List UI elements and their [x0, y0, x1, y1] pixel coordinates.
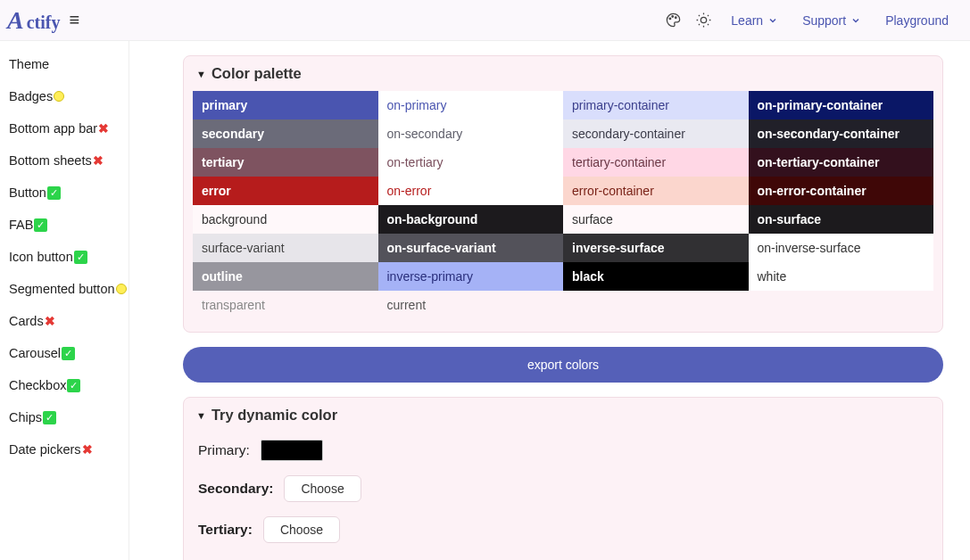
swatch-secondary-container[interactable]: secondary-container	[563, 119, 749, 148]
secondary-choose-button[interactable]: Choose	[284, 475, 361, 502]
dynamic-color-card: ▼ Try dynamic color Primary: Secondary: …	[183, 397, 943, 560]
swatch-on-surface[interactable]: on-surface	[749, 205, 934, 234]
swatch-on-secondary[interactable]: on-secondary	[378, 119, 564, 148]
swatch-tertiary-container[interactable]: tertiary-container	[563, 148, 749, 177]
sidebar-item-fab[interactable]: FAB✓	[9, 209, 129, 241]
swatch-on-error[interactable]: on-error	[378, 177, 564, 205]
status-dot-icon	[54, 91, 64, 102]
nav-playground-label: Playground	[885, 13, 949, 28]
color-palette-card: ▼ Color palette primaryon-primaryprimary…	[183, 55, 943, 333]
swatch-on-inverse-surface[interactable]: on-inverse-surface	[749, 234, 934, 262]
status-check-icon: ✓	[74, 251, 87, 264]
sidebar-item-label: FAB	[9, 218, 33, 232]
status-cross-icon: ✖	[98, 121, 109, 136]
swatch-on-primary-container[interactable]: on-primary-container	[749, 91, 934, 119]
sidebar-item-segmented-button[interactable]: Segmented button	[9, 273, 129, 305]
swatch-primary-container[interactable]: primary-container	[563, 91, 749, 119]
dynamic-color-toggle[interactable]: ▼ Try dynamic color	[184, 398, 942, 432]
swatch-on-surface-variant[interactable]: on-surface-variant	[378, 234, 564, 262]
sidebar-item-label: Carousel	[9, 346, 61, 360]
primary-label: Primary:	[198, 442, 250, 458]
swatch-primary[interactable]: primary	[193, 91, 378, 119]
swatch-white[interactable]: white	[749, 262, 934, 291]
tertiary-choose-button[interactable]: Choose	[263, 516, 340, 543]
color-palette-body: primaryon-primaryprimary-containeron-pri…	[184, 91, 942, 332]
sidebar-item-badges[interactable]: Badges	[9, 80, 129, 112]
main-content[interactable]: ▼ Color palette primaryon-primaryprimary…	[129, 41, 970, 560]
primary-color-picker[interactable]	[261, 440, 323, 461]
sidebar-item-date-pickers[interactable]: Date pickers✖	[9, 433, 129, 465]
sidebar-item-carousel[interactable]: Carousel✓	[9, 337, 129, 369]
swatch-surface-variant[interactable]: surface-variant	[193, 234, 378, 262]
svg-point-3	[701, 17, 706, 22]
swatch-inverse-surface[interactable]: inverse-surface	[563, 234, 749, 262]
sidebar-item-label: Button	[9, 185, 46, 200]
swatch-on-error-container[interactable]: on-error-container	[749, 177, 934, 205]
dynamic-color-title: Try dynamic color	[211, 407, 337, 424]
sidebar-item-icon-button[interactable]: Icon button✓	[9, 241, 129, 273]
status-check-icon: ✓	[47, 186, 61, 200]
status-cross-icon: ✖	[93, 153, 104, 168]
sidebar-item-button[interactable]: Button✓	[9, 177, 129, 209]
color-palette-title: Color palette	[211, 65, 302, 82]
secondary-label: Secondary:	[198, 481, 273, 497]
swatch-surface[interactable]: surface	[563, 205, 749, 234]
disclosure-triangle-icon: ▼	[196, 410, 206, 421]
sidebar-item-theme[interactable]: Theme	[9, 48, 129, 80]
status-check-icon: ✓	[67, 379, 80, 392]
sidebar-item-label: Bottom sheets	[9, 153, 92, 168]
swatch-background[interactable]: background	[193, 205, 378, 234]
sidebar: ThemeBadgesBottom app bar✖Bottom sheets✖…	[0, 41, 129, 483]
secondary-row: Secondary: Choose	[198, 468, 928, 509]
dynamic-color-body: Primary: Secondary: Choose Tertiary: Cho…	[184, 432, 942, 560]
sidebar-item-label: Cards	[9, 314, 44, 328]
status-check-icon: ✓	[62, 347, 75, 360]
swatch-black[interactable]: black	[563, 262, 749, 291]
light-mode-icon[interactable]	[690, 7, 717, 34]
palette-icon[interactable]	[659, 7, 686, 34]
sidebar-item-label: Date pickers	[9, 442, 81, 457]
svg-point-1	[672, 16, 674, 18]
brand-logo[interactable]: A ctify	[7, 6, 60, 35]
sidebar-item-cards[interactable]: Cards✖	[9, 305, 129, 337]
brand-rest: ctify	[27, 12, 61, 33]
nav-learn[interactable]: Learn	[718, 8, 790, 33]
sidebar-item-label: Icon button	[9, 250, 73, 264]
primary-row: Primary:	[198, 432, 928, 468]
status-check-icon: ✓	[43, 411, 56, 424]
swatch-tertiary[interactable]: tertiary	[193, 148, 378, 177]
swatch-error-container[interactable]: error-container	[563, 177, 749, 205]
export-colors-button[interactable]: export colors	[183, 347, 943, 383]
swatch-outline[interactable]: outline	[193, 262, 378, 291]
sidebar-item-label: Checkbox	[9, 378, 66, 392]
swatch-on-tertiary[interactable]: on-tertiary	[378, 148, 564, 177]
sidebar-scroll[interactable]: ThemeBadgesBottom app bar✖Bottom sheets✖…	[0, 41, 129, 560]
sidebar-item-label: Bottom app bar	[9, 121, 97, 136]
swatch-error[interactable]: error	[193, 177, 378, 205]
status-check-icon: ✓	[34, 218, 47, 232]
app-header: A ctify ≡ Learn Support Playground	[0, 0, 970, 41]
swatch-transparent[interactable]: transparent	[193, 291, 378, 319]
hamburger-icon[interactable]: ≡	[69, 10, 79, 30]
brand-initial: A	[7, 6, 24, 35]
sidebar-item-bottom-app-bar[interactable]: Bottom app bar✖	[9, 112, 129, 144]
swatch-on-tertiary-container[interactable]: on-tertiary-container	[749, 148, 934, 177]
sidebar-item-label: Theme	[9, 57, 49, 71]
svg-point-2	[675, 17, 676, 19]
swatch-inverse-primary[interactable]: inverse-primary	[378, 262, 564, 291]
status-cross-icon: ✖	[45, 314, 55, 328]
swatch-secondary[interactable]: secondary	[193, 119, 378, 148]
sidebar-item-label: Segmented button	[9, 282, 115, 296]
nav-support[interactable]: Support	[790, 8, 873, 33]
sidebar-item-label: Chips	[9, 410, 42, 424]
sidebar-item-bottom-sheets[interactable]: Bottom sheets✖	[9, 144, 129, 177]
swatch-on-background[interactable]: on-background	[378, 205, 564, 234]
sidebar-item-checkbox[interactable]: Checkbox✓	[9, 369, 129, 401]
swatch-on-primary[interactable]: on-primary	[378, 91, 564, 119]
swatch-on-secondary-container[interactable]: on-secondary-container	[749, 119, 934, 148]
sidebar-item-chips[interactable]: Chips✓	[9, 401, 129, 433]
nav-playground[interactable]: Playground	[873, 8, 961, 33]
color-palette-toggle[interactable]: ▼ Color palette	[184, 56, 942, 91]
swatch-current[interactable]: current	[378, 291, 564, 319]
nav-support-label: Support	[802, 13, 846, 28]
